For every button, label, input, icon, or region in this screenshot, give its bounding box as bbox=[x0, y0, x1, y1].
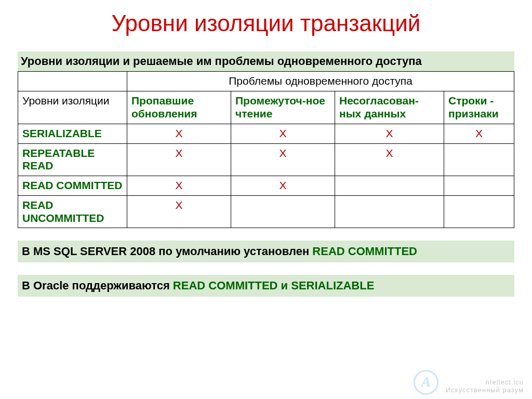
mark-cell: X bbox=[127, 143, 231, 176]
mark-cell: X bbox=[127, 176, 231, 196]
isolation-level-label: READ COMMITTED bbox=[18, 176, 127, 196]
mark-cell bbox=[335, 195, 444, 228]
mark-cell: X bbox=[127, 124, 231, 143]
mark-cell: X bbox=[231, 143, 335, 176]
mark-cell: X bbox=[335, 143, 444, 176]
mark-cell bbox=[444, 176, 514, 196]
subtitle-banner: Уровни изоляции и решаемые им проблемы о… bbox=[18, 51, 514, 71]
note-text: В Oracle поддерживаются bbox=[22, 279, 173, 292]
table-row: READ COMMITTED X X bbox=[18, 176, 514, 196]
slide-title: Уровни изоляции транзакций bbox=[0, 10, 532, 36]
mark-cell: X bbox=[444, 124, 514, 143]
note-text: В MS SQL SERVER 2008 по умолчанию устано… bbox=[22, 245, 312, 258]
isolation-levels-table: Проблемы одновременного доступа Уровни и… bbox=[18, 71, 514, 228]
note-oracle: В Oracle поддерживаются READ COMMITTED и… bbox=[18, 275, 514, 297]
mark-cell: X bbox=[127, 195, 231, 228]
mark-cell bbox=[335, 176, 444, 196]
column-header: Пропавшие обновления bbox=[127, 91, 231, 124]
note-mssql: В MS SQL SERVER 2008 по умолчанию устано… bbox=[18, 241, 514, 262]
table-row: Проблемы одновременного доступа bbox=[18, 72, 514, 91]
watermark-line1: ntellect.icu bbox=[486, 378, 524, 386]
isolation-level-label: REPEATABLE READ bbox=[18, 143, 127, 176]
table-row: SERIALIZABLE X X X X bbox=[18, 124, 514, 143]
watermark-line2: Искусственный разум bbox=[446, 386, 524, 394]
isolation-level-label: READ UNCOMMITTED bbox=[18, 195, 127, 228]
note-highlight: READ COMMITTED bbox=[312, 245, 417, 258]
table-cell-empty bbox=[18, 72, 127, 91]
column-header: Строки - признаки bbox=[444, 91, 514, 124]
mark-cell bbox=[231, 195, 335, 228]
watermark-icon: A bbox=[414, 370, 438, 395]
mark-cell bbox=[444, 195, 514, 228]
table-spanner: Проблемы одновременного доступа bbox=[127, 72, 514, 91]
mark-cell: X bbox=[231, 176, 335, 196]
table-row: READ UNCOMMITTED X bbox=[18, 195, 514, 228]
table-row: Уровни изоляции Пропавшие обновления Про… bbox=[18, 91, 514, 124]
mark-cell: X bbox=[231, 124, 335, 143]
note-highlight: READ COMMITTED и SERIALIZABLE bbox=[173, 279, 375, 292]
mark-cell: X bbox=[335, 124, 444, 143]
column-header: Несогласован-ных данных bbox=[335, 91, 444, 124]
row-header-label: Уровни изоляции bbox=[18, 91, 127, 124]
column-header: Промежуточ-ное чтение bbox=[231, 91, 335, 124]
watermark-text: ntellect.icu Искусственный разум bbox=[446, 378, 524, 394]
isolation-level-label: SERIALIZABLE bbox=[18, 124, 127, 143]
table-row: REPEATABLE READ X X X bbox=[18, 143, 514, 176]
mark-cell bbox=[444, 143, 514, 176]
